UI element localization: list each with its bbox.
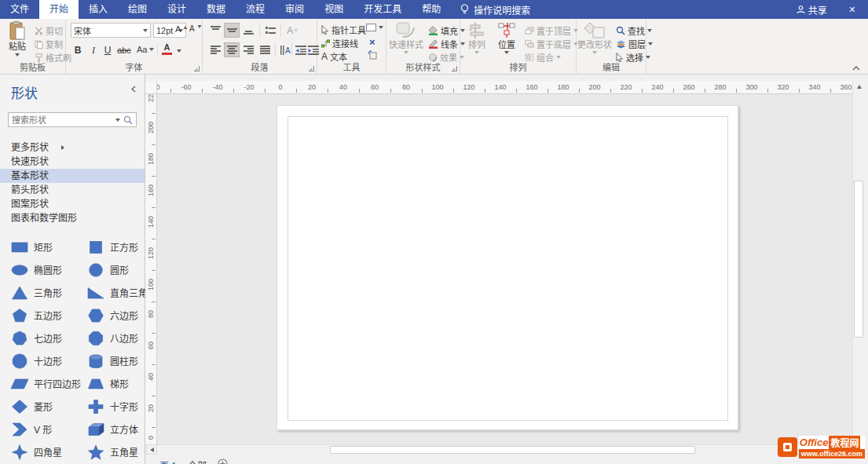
- align-left-button[interactable]: [207, 42, 223, 57]
- align-right-button[interactable]: [240, 42, 256, 57]
- position-button[interactable]: 位置: [493, 21, 520, 54]
- shape-search-input[interactable]: [12, 115, 112, 125]
- tab-绘图[interactable]: 绘图: [118, 0, 157, 19]
- insert-page-icon[interactable]: [218, 459, 228, 464]
- position-dropdown[interactable]: [504, 51, 509, 54]
- diamond-shape-icon: [9, 399, 30, 415]
- decrease-indent-button[interactable]: [293, 42, 309, 57]
- collapse-panel-icon[interactable]: [130, 86, 137, 93]
- grow-font-button[interactable]: A: [175, 24, 188, 34]
- page-tab[interactable]: 页 1: [159, 459, 177, 464]
- tab-审阅[interactable]: 审阅: [275, 0, 314, 19]
- shape-item-ellipse[interactable]: 椭圆形: [5, 258, 81, 281]
- align-top-button[interactable]: [207, 23, 223, 38]
- tab-文件[interactable]: 文件: [0, 0, 39, 19]
- change-shape-button[interactable]: 更改形状: [577, 21, 613, 54]
- drawing-page[interactable]: [277, 105, 738, 430]
- shape-item-parallelogram[interactable]: 平行四边形: [5, 372, 81, 395]
- shape-item-chevron[interactable]: V 形: [5, 418, 81, 440]
- bold-button[interactable]: B: [71, 43, 85, 57]
- scroll-left-button[interactable]: [146, 444, 157, 455]
- strikethrough-button[interactable]: abc: [115, 43, 134, 57]
- quick-style-button[interactable]: 快速样式: [388, 21, 424, 54]
- tell-me[interactable]: 操作说明搜索: [451, 0, 540, 19]
- stencil-item[interactable]: 图案形状: [0, 197, 145, 211]
- align-button[interactable]: 排列: [463, 21, 490, 54]
- paragraph-dialog-launcher[interactable]: [309, 66, 314, 71]
- stencil-item[interactable]: 图表和数学图形: [0, 211, 145, 225]
- tab-开发工具[interactable]: 开发工具: [353, 0, 412, 19]
- horizontal-scroll-thumb[interactable]: [330, 446, 695, 454]
- tab-视图[interactable]: 视图: [314, 0, 353, 19]
- stencil-label: 更多形状: [11, 141, 49, 155]
- stencil-item[interactable]: 基本形状: [0, 169, 145, 183]
- stencil-item[interactable]: 箭头形状: [0, 183, 145, 197]
- send-to-back-button[interactable]: 置于底层: [525, 38, 578, 50]
- close-button[interactable]: ×: [837, 0, 868, 19]
- font-color-button[interactable]: A: [162, 43, 172, 55]
- shape-item-star4[interactable]: 四角星: [5, 440, 81, 463]
- collapse-ribbon-button[interactable]: [852, 66, 860, 71]
- shape-item-diamond[interactable]: 菱形: [5, 395, 81, 418]
- character-spacing-button[interactable]: A˄: [284, 23, 300, 38]
- tab-帮助[interactable]: 帮助: [412, 0, 451, 19]
- font-name-combo[interactable]: 宋体: [71, 23, 151, 38]
- text-block-tool-button[interactable]: [368, 50, 378, 60]
- line-button[interactable]: 线条: [428, 38, 465, 50]
- tab-数据[interactable]: 数据: [196, 0, 236, 19]
- paste-button[interactable]: 粘贴: [4, 21, 31, 57]
- tab-流程[interactable]: 流程: [236, 0, 275, 19]
- find-button[interactable]: 查找: [616, 24, 652, 37]
- font-color-dropdown[interactable]: [177, 49, 181, 53]
- h-ruler-label: 160: [526, 83, 537, 91]
- tab-插入[interactable]: 插入: [79, 0, 118, 19]
- shape-item-decagon[interactable]: 十边形: [5, 349, 81, 372]
- stencil-item[interactable]: 快速形状: [0, 155, 145, 169]
- cut-button[interactable]: 剪切: [35, 24, 63, 37]
- underline-button[interactable]: U: [101, 43, 115, 57]
- vertical-scroll-thumb[interactable]: [854, 181, 863, 338]
- change-case-button[interactable]: Aa: [137, 45, 154, 54]
- search-dropdown-icon[interactable]: [115, 119, 120, 122]
- text-direction-button[interactable]: A: [277, 42, 293, 57]
- shape-style-dialog-launcher[interactable]: [452, 66, 457, 71]
- fill-button[interactable]: 填充: [428, 24, 465, 37]
- vertical-scrollbar[interactable]: [852, 81, 864, 448]
- shape-search-box[interactable]: [8, 112, 137, 127]
- font-dialog-launcher[interactable]: [194, 66, 200, 71]
- bring-to-front-button[interactable]: 置于顶层: [525, 24, 578, 37]
- align-bottom-button[interactable]: [240, 23, 256, 38]
- share-button[interactable]: 共享: [787, 3, 837, 16]
- paste-dropdown[interactable]: [15, 53, 20, 57]
- connection-point-tool-button[interactable]: ×: [369, 36, 375, 48]
- tab-开始[interactable]: 开始: [39, 0, 79, 19]
- stencil-item[interactable]: 更多形状: [0, 141, 145, 155]
- shape-item-heptagon[interactable]: 七边形: [5, 327, 81, 349]
- italic-button[interactable]: I: [86, 43, 101, 57]
- align-center-button[interactable]: [224, 42, 240, 57]
- connector-tool-button[interactable]: 连接线: [321, 37, 358, 49]
- bullets-button[interactable]: [262, 23, 278, 38]
- shape-item-triangle[interactable]: 三角形: [5, 281, 81, 304]
- tab-设计[interactable]: 设计: [157, 0, 196, 19]
- search-icon[interactable]: [123, 115, 133, 125]
- layers-button[interactable]: 图层: [616, 38, 653, 50]
- font-name-dropdown[interactable]: [143, 29, 148, 32]
- shape-item-rect[interactable]: 矩形: [5, 236, 81, 258]
- select-dropdown[interactable]: [646, 56, 650, 59]
- align-middle-button[interactable]: [224, 23, 240, 38]
- shape-item-pentagon[interactable]: 五边形: [5, 304, 81, 327]
- horizontal-scrollbar[interactable]: [157, 444, 852, 455]
- copy-button[interactable]: 复制: [35, 38, 63, 50]
- shrink-font-button[interactable]: A: [189, 24, 202, 33]
- layers-dropdown[interactable]: [648, 42, 653, 46]
- v-ruler-label: 140: [147, 216, 155, 228]
- rectangle-tool-button[interactable]: [366, 24, 383, 31]
- rectangle-tool-dropdown[interactable]: [379, 26, 383, 29]
- all-pages-tab[interactable]: 全部: [188, 459, 207, 464]
- scroll-up-button[interactable]: [853, 81, 865, 92]
- find-dropdown[interactable]: [647, 29, 652, 32]
- justify-button[interactable]: [257, 42, 273, 57]
- drawing-canvas[interactable]: [157, 94, 852, 444]
- pointer-tool-button[interactable]: 指针工具: [321, 24, 366, 36]
